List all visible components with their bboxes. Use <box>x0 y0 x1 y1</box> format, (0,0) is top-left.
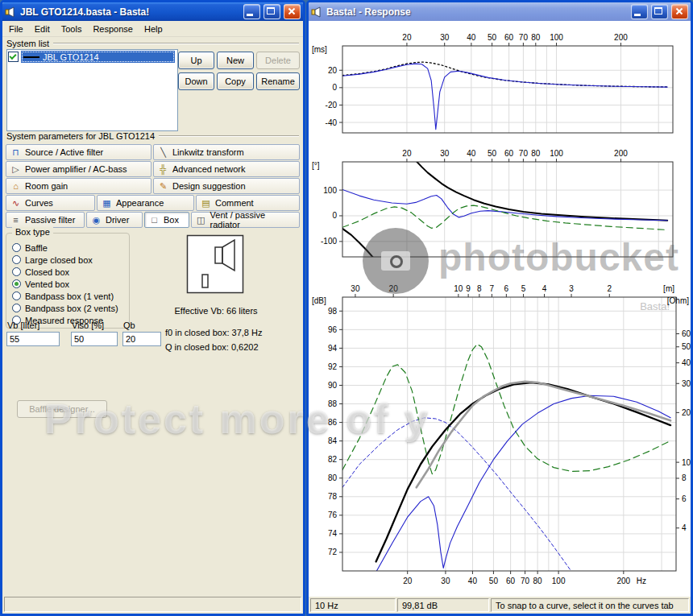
svg-text:50: 50 <box>488 33 497 42</box>
radio-baffle-circle[interactable] <box>12 243 21 252</box>
qb-label: Qb <box>123 320 135 330</box>
f0-closed-box-info: f0 in closed box: 37,8 Hz <box>165 328 262 337</box>
response-maximize-button[interactable] <box>651 4 668 19</box>
menu-item-edit[interactable]: Edit <box>29 23 56 35</box>
qb-input[interactable] <box>122 332 161 346</box>
svg-text:50: 50 <box>488 149 497 158</box>
radio-baffle[interactable]: Baffle <box>6 242 129 254</box>
tab-curves[interactable]: ∿ Curves <box>6 195 95 211</box>
maximize-button[interactable] <box>264 4 280 19</box>
left-statusbar <box>4 597 301 612</box>
viso-input[interactable] <box>71 332 118 346</box>
radio-bandpass-2-vents-circle[interactable] <box>12 304 21 312</box>
svg-text:30: 30 <box>351 284 360 293</box>
svg-text:78: 78 <box>328 492 338 501</box>
close-button[interactable] <box>284 4 301 19</box>
tab-driver[interactable]: ◉ Driver <box>86 212 143 228</box>
svg-text:60: 60 <box>504 149 514 158</box>
phase-chart[interactable]: 203040506070801002001000-100[°] <box>309 139 691 262</box>
tab-comment[interactable]: ▤ Comment <box>196 195 300 211</box>
btn-source-active-filter[interactable]: ⊓ Source / Active filter <box>6 144 151 160</box>
tab-box[interactable]: □ Box <box>144 212 189 228</box>
svg-text:10: 10 <box>454 284 463 293</box>
radio-closed-box-circle[interactable] <box>12 267 21 276</box>
system-list[interactable]: JBL GTO1214 <box>6 49 178 131</box>
radio-closed-box[interactable]: Closed box <box>6 266 129 278</box>
tab-appearance[interactable]: ▦ Appearance <box>97 195 194 211</box>
svg-text:100: 100 <box>550 33 563 42</box>
btn-linkwitz-transform[interactable]: ╲ Linkwitz transform <box>153 144 300 160</box>
svg-text:40: 40 <box>467 33 476 42</box>
radio-vented-box-circle[interactable] <box>12 279 21 288</box>
comment-icon: ▤ <box>201 199 211 208</box>
svg-text:100: 100 <box>552 577 566 585</box>
svg-text:80: 80 <box>328 473 338 482</box>
up-button[interactable]: Up <box>178 52 214 69</box>
new-button[interactable]: New <box>217 52 254 69</box>
menu-item-file[interactable]: File <box>3 23 29 35</box>
spl-impedance-chart[interactable]: Basta!30201098765432[m]20304050607080100… <box>309 273 691 593</box>
minimize-icon <box>634 14 641 16</box>
copy-button[interactable]: Copy <box>217 72 254 90</box>
svg-text:72: 72 <box>328 548 338 556</box>
radio-vented-box[interactable]: Vented box <box>6 278 129 290</box>
svg-text:3: 3 <box>569 284 574 293</box>
tab-vent-passive-radiator[interactable]: ◫ Vent / passive radiator <box>191 212 300 228</box>
response-window-titlebar[interactable]: Basta! - Response <box>309 2 691 21</box>
response-app-icon <box>311 6 323 18</box>
down-button[interactable]: Down <box>178 72 214 90</box>
viso-label: Viso [%] <box>72 320 104 330</box>
svg-text:40: 40 <box>467 149 476 158</box>
svg-text:[m]: [m] <box>663 284 674 293</box>
design-suggestion-icon: ✎ <box>158 182 168 191</box>
svg-text:82: 82 <box>328 455 338 464</box>
group-delay-chart[interactable]: 20304050607080100200200-20-40[ms] <box>309 27 691 137</box>
vb-input[interactable] <box>6 332 60 346</box>
svg-text:4: 4 <box>682 523 687 532</box>
svg-text:40: 40 <box>468 577 478 585</box>
svg-text:94: 94 <box>328 344 338 353</box>
radio-large-closed-box-circle[interactable] <box>12 255 21 264</box>
delete-button[interactable]: Delete <box>256 52 300 69</box>
menu-item-help[interactable]: Help <box>139 23 168 35</box>
svg-text:8: 8 <box>477 284 482 293</box>
svg-text:70: 70 <box>521 577 530 585</box>
svg-text:20: 20 <box>403 577 413 585</box>
main-window: JBL GTO1214.basta - Basta! File Edit Too… <box>0 0 305 616</box>
btn-design-suggestion[interactable]: ✎ Design suggestion <box>153 178 300 194</box>
btn-power-amplifier[interactable]: ▷ Power amplifier / AC-bass <box>6 161 151 177</box>
main-window-titlebar[interactable]: JBL GTO1214.basta - Basta! <box>2 2 303 21</box>
svg-text:-100: -100 <box>321 237 337 246</box>
minimize-button[interactable] <box>243 4 260 19</box>
svg-text:6: 6 <box>504 284 509 293</box>
radio-bandpass-1-vent[interactable]: Bandpass box (1 vent) <box>6 290 129 302</box>
baffle-designer-button[interactable]: Baffle designer... <box>17 400 107 418</box>
svg-text:50: 50 <box>489 577 499 585</box>
btn-advanced-network[interactable]: ╬ Advanced network <box>153 161 300 177</box>
response-minimize-button[interactable] <box>631 4 648 19</box>
response-window-title: Basta! - Response <box>326 6 628 18</box>
svg-text:9: 9 <box>466 284 471 293</box>
response-close-button[interactable] <box>671 4 688 19</box>
list-item[interactable]: JBL GTO1214 <box>7 50 177 64</box>
rename-button[interactable]: Rename <box>256 72 300 90</box>
box-diagram <box>186 234 244 294</box>
menu-item-response[interactable]: Response <box>87 23 139 35</box>
svg-text:20: 20 <box>682 408 691 417</box>
window-title: JBL GTO1214.basta - Basta! <box>20 6 240 18</box>
system-list-label: System list <box>6 39 299 48</box>
radio-bandpass-2-vents[interactable]: Bandpass box (2 vents) <box>6 302 129 314</box>
svg-text:98: 98 <box>328 307 338 316</box>
radio-bandpass-1-vent-circle[interactable] <box>12 291 21 300</box>
radio-large-closed-box[interactable]: Large closed box <box>6 254 129 266</box>
box-type-legend: Box type <box>12 227 53 237</box>
svg-text:[Ohm]: [Ohm] <box>667 296 689 305</box>
menu-item-tools[interactable]: Tools <box>56 23 88 35</box>
tab-passive-filter[interactable]: ≡ Passive filter <box>6 212 85 228</box>
btn-room-gain[interactable]: ⌂ Room gain <box>6 178 151 194</box>
svg-text:80: 80 <box>531 149 541 158</box>
svg-text:86: 86 <box>328 418 338 427</box>
passive-filter-icon: ≡ <box>10 216 21 225</box>
svg-text:92: 92 <box>328 362 338 371</box>
system-checkbox[interactable] <box>8 52 19 62</box>
